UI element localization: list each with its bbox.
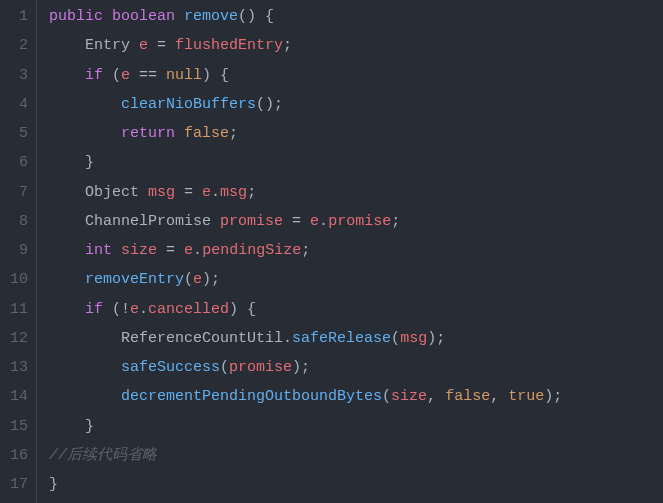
token-plain — [175, 125, 184, 142]
token-fn: remove — [184, 8, 238, 25]
code-line: removeEntry(e); — [49, 265, 562, 294]
token-plain: Object — [85, 184, 148, 201]
token-id: size — [121, 242, 157, 259]
code-area[interactable]: public boolean remove() { Entry e = flus… — [37, 0, 562, 503]
token-id: pendingSize — [202, 242, 301, 259]
token-punct: ); — [292, 359, 310, 376]
token-comment: //后续代码省略 — [49, 447, 157, 464]
line-number-gutter: 1234567891011121314151617 — [0, 0, 37, 503]
token-type: boolean — [112, 8, 175, 25]
token-plain — [49, 242, 85, 259]
token-plain — [49, 37, 85, 54]
token-plain — [49, 388, 121, 405]
token-punct: . — [193, 242, 202, 259]
code-line: } — [49, 148, 562, 177]
code-line: //后续代码省略 — [49, 441, 562, 470]
line-number: 3 — [10, 61, 28, 90]
line-number: 15 — [10, 412, 28, 441]
token-punct: ; — [247, 184, 256, 201]
token-punct: ( — [382, 388, 391, 405]
token-plain — [49, 359, 121, 376]
token-punct: . — [139, 301, 148, 318]
code-line: } — [49, 470, 562, 499]
code-line: } — [49, 412, 562, 441]
code-line: ChannelPromise promise = e.promise; — [49, 207, 562, 236]
token-id: e — [202, 184, 211, 201]
line-number: 11 — [10, 295, 28, 324]
code-line: if (!e.cancelled) { — [49, 295, 562, 324]
token-plain: = — [157, 242, 184, 259]
token-id: e — [121, 67, 130, 84]
token-id: e — [193, 271, 202, 288]
token-punct: ; — [301, 242, 310, 259]
token-punct: ; — [229, 125, 238, 142]
code-line: ReferenceCountUtil.safeRelease(msg); — [49, 324, 562, 353]
line-number: 2 — [10, 31, 28, 60]
token-kw: return — [121, 125, 175, 142]
code-line: Entry e = flushedEntry; — [49, 31, 562, 60]
token-punct: } — [49, 418, 94, 435]
token-plain: ChannelPromise — [85, 213, 220, 230]
token-plain: == — [130, 67, 166, 84]
token-id: size — [391, 388, 427, 405]
code-line: public boolean remove() { — [49, 2, 562, 31]
token-fn: safeSuccess — [121, 359, 220, 376]
token-lit: null — [166, 67, 202, 84]
token-punct: ); — [427, 330, 445, 347]
token-id: e — [130, 301, 139, 318]
token-plain — [49, 330, 121, 347]
token-punct: ); — [202, 271, 220, 288]
token-punct: , — [427, 388, 445, 405]
token-bool: false — [445, 388, 490, 405]
token-bool: true — [508, 388, 544, 405]
token-fn: decrementPendingOutboundBytes — [121, 388, 382, 405]
token-punct: } — [49, 154, 94, 171]
token-punct: ) { — [202, 67, 229, 84]
line-number: 10 — [10, 265, 28, 294]
token-id: msg — [148, 184, 175, 201]
token-plain — [112, 242, 121, 259]
token-punct: } — [49, 476, 58, 493]
token-plain — [49, 271, 85, 288]
token-punct: ; — [283, 37, 292, 54]
token-kw: if — [85, 301, 103, 318]
token-punct: . — [283, 330, 292, 347]
line-number: 5 — [10, 119, 28, 148]
token-id: flushedEntry — [175, 37, 283, 54]
token-bool: false — [184, 125, 229, 142]
token-plain — [49, 125, 121, 142]
token-id: promise — [328, 213, 391, 230]
token-id: msg — [220, 184, 247, 201]
token-fn: removeEntry — [85, 271, 184, 288]
token-punct: ) { — [229, 301, 256, 318]
code-line: if (e == null) { — [49, 61, 562, 90]
token-fn: safeRelease — [292, 330, 391, 347]
token-plain — [49, 67, 85, 84]
token-plain: ReferenceCountUtil — [121, 330, 283, 347]
line-number: 6 — [10, 148, 28, 177]
line-number: 17 — [10, 470, 28, 499]
token-id: e — [139, 37, 148, 54]
line-number: 4 — [10, 90, 28, 119]
token-plain: = — [148, 37, 175, 54]
token-punct: ( — [220, 359, 229, 376]
token-id: promise — [229, 359, 292, 376]
token-kw: public — [49, 8, 103, 25]
token-id: e — [184, 242, 193, 259]
token-plain: = — [175, 184, 202, 201]
token-punct: () { — [238, 8, 274, 25]
code-line: clearNioBuffers(); — [49, 90, 562, 119]
code-editor: 1234567891011121314151617 public boolean… — [0, 0, 663, 503]
code-line: return false; — [49, 119, 562, 148]
token-punct: ( — [391, 330, 400, 347]
token-plain — [49, 184, 85, 201]
token-type: int — [85, 242, 112, 259]
line-number: 7 — [10, 178, 28, 207]
code-line: Object msg = e.msg; — [49, 178, 562, 207]
token-id: promise — [220, 213, 283, 230]
token-plain — [175, 8, 184, 25]
line-number: 16 — [10, 441, 28, 470]
code-line: decrementPendingOutboundBytes(size, fals… — [49, 382, 562, 411]
token-plain: Entry — [85, 37, 139, 54]
token-punct: (); — [256, 96, 283, 113]
